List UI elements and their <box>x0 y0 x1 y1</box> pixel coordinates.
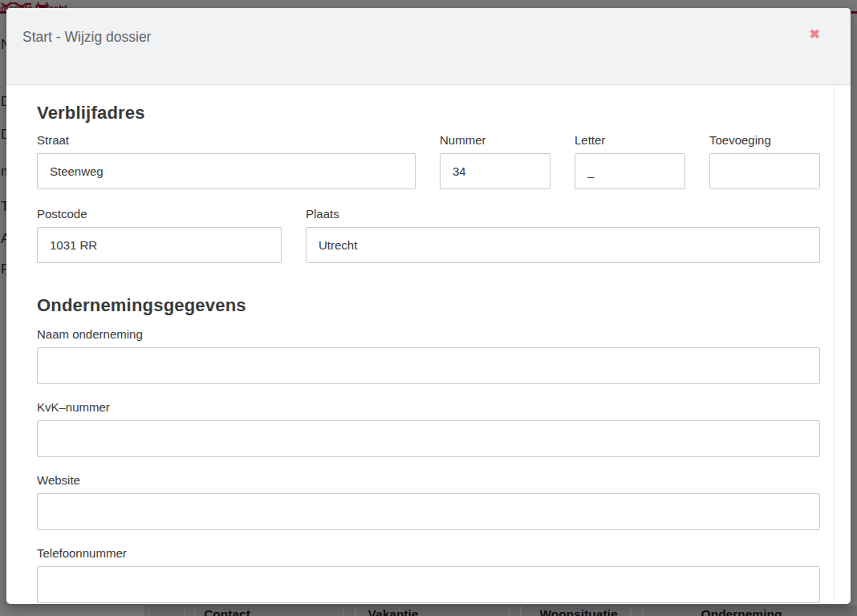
letter-input[interactable] <box>575 153 685 189</box>
plaats-input[interactable] <box>306 227 820 263</box>
company-row-telefoon: Telefoonnummer <box>37 546 820 603</box>
field-website: Website <box>37 473 820 530</box>
field-toevoeging: Toevoeging <box>709 133 820 189</box>
letter-label: Letter <box>575 133 685 147</box>
naam-onderneming-label: Naam onderneming <box>37 327 820 341</box>
field-plaats: Plaats <box>306 207 820 263</box>
postcode-input[interactable] <box>37 227 282 263</box>
nummer-input[interactable] <box>440 153 550 189</box>
company-row-website: Website <box>37 473 820 530</box>
modal-scrollbar-track[interactable] <box>834 86 835 604</box>
dialog-header: Start - Wijzig dossier ✖ <box>6 8 851 85</box>
wijzig-dossier-dialog: Start - Wijzig dossier ✖ Verblijfadres S… <box>6 8 851 604</box>
field-naam-onderneming: Naam onderneming <box>37 327 820 384</box>
close-icon[interactable]: ✖ <box>805 26 825 43</box>
straat-label: Straat <box>37 133 416 147</box>
toevoeging-label: Toevoeging <box>709 133 820 147</box>
toevoeging-input[interactable] <box>709 153 820 189</box>
section-heading-verblijfadres: Verblijfadres <box>37 103 820 124</box>
telefoonnummer-label: Telefoonnummer <box>37 546 820 560</box>
dialog-body: Verblijfadres Straat Nummer Letter Toevo… <box>6 85 851 603</box>
company-row-kvk: KvK–nummer <box>37 400 820 457</box>
field-letter: Letter <box>575 133 685 189</box>
postcode-label: Postcode <box>37 207 282 221</box>
nummer-label: Nummer <box>440 133 550 147</box>
plaats-label: Plaats <box>306 207 820 221</box>
telefoonnummer-input[interactable] <box>37 566 820 603</box>
field-straat: Straat <box>37 133 416 189</box>
section-heading-ondernemingsgegevens: Ondernemingsgegevens <box>37 295 820 316</box>
company-row-naam: Naam onderneming <box>37 327 820 384</box>
address-row-1: Straat Nummer Letter Toevoeging <box>37 133 820 189</box>
kvk-nummer-label: KvK–nummer <box>37 400 820 414</box>
address-row-2: Postcode Plaats <box>37 207 820 263</box>
field-postcode: Postcode <box>37 207 282 263</box>
field-nummer: Nummer <box>440 133 550 189</box>
website-label: Website <box>37 473 820 487</box>
kvk-nummer-input[interactable] <box>37 420 820 457</box>
website-input[interactable] <box>37 493 820 530</box>
screen: Gemeente Utrecht N D D m T A F Contact V… <box>0 0 857 616</box>
field-kvk-nummer: KvK–nummer <box>37 400 820 457</box>
naam-onderneming-input[interactable] <box>37 347 820 384</box>
field-telefoonnummer: Telefoonnummer <box>37 546 820 603</box>
dialog-title: Start - Wijzig dossier <box>22 29 151 46</box>
straat-input[interactable] <box>37 153 416 189</box>
